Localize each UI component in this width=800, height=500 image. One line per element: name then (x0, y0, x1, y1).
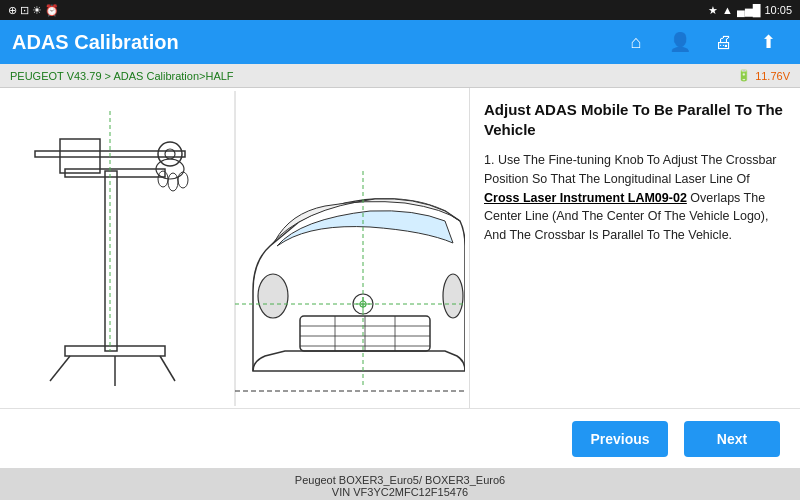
battery-indicator: 🔋 11.76V (737, 69, 790, 82)
previous-button[interactable]: Previous (572, 421, 668, 457)
instruction-title: Adjust ADAS Mobile To Be Parallel To The… (484, 100, 786, 139)
instruction-body: 1. Use The Fine-tuning Knob To Adjust Th… (484, 151, 786, 245)
svg-point-25 (443, 274, 463, 318)
print-button[interactable]: 🖨 (704, 24, 744, 60)
status-icons: ⊕ ⊡ ☀ ⏰ (8, 4, 59, 17)
footer-line2: VIN VF3YC2MFC12F15476 (332, 486, 468, 498)
status-time: 10:05 (764, 4, 792, 16)
status-bar: ⊕ ⊡ ☀ ⏰ ★ ▲ ▄▅█ 10:05 (0, 0, 800, 20)
header-icons: ⌂ 👤 🖨 ⬆ (616, 24, 788, 60)
status-bar-left: ⊕ ⊡ ☀ ⏰ (8, 4, 59, 17)
battery-icon: 🔋 (737, 69, 751, 82)
instrument-link: Cross Laser Instrument LAM09-02 (484, 191, 687, 205)
breadcrumb: PEUGEOT V43.79 > ADAS Calibration>HALF 🔋… (0, 64, 800, 88)
header: ADAS Calibration ⌂ 👤 🖨 ⬆ (0, 20, 800, 64)
export-button[interactable]: ⬆ (748, 24, 788, 60)
text-area: Adjust ADAS Mobile To Be Parallel To The… (470, 88, 800, 408)
footer-info: Peugeot BOXER3_Euro5/ BOXER3_Euro6 VIN V… (0, 468, 800, 500)
status-wifi-icon: ▲ (722, 4, 733, 16)
next-button[interactable]: Next (684, 421, 780, 457)
diagram-svg (5, 91, 465, 406)
footer-line1: Peugeot BOXER3_Euro5/ BOXER3_Euro6 (295, 474, 505, 486)
battery-voltage: 11.76V (755, 70, 790, 82)
diagram-area (0, 88, 470, 408)
status-bt-icon: ★ (708, 4, 718, 17)
button-area: Previous Next (0, 408, 800, 468)
svg-point-24 (258, 274, 288, 318)
home-button[interactable]: ⌂ (616, 24, 656, 60)
breadcrumb-text: PEUGEOT V43.79 > ADAS Calibration>HALF (10, 70, 234, 82)
instruction-before: 1. Use The Fine-tuning Knob To Adjust Th… (484, 153, 777, 186)
header-title: ADAS Calibration (12, 31, 179, 54)
main-content: Adjust ADAS Mobile To Be Parallel To The… (0, 88, 800, 408)
status-bar-right: ★ ▲ ▄▅█ 10:05 (708, 4, 792, 17)
status-signal-icon: ▄▅█ (737, 4, 761, 17)
user-button[interactable]: 👤 (660, 24, 700, 60)
